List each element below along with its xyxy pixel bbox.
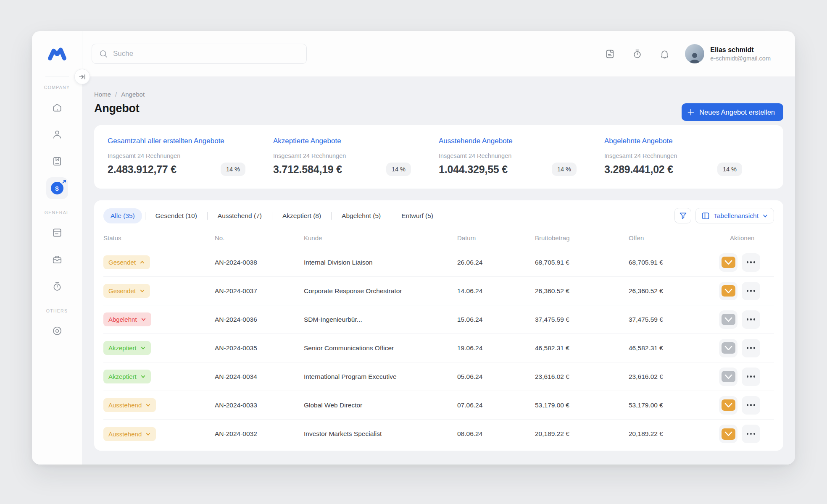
tab-divider — [207, 212, 208, 220]
status-tab[interactable]: Akzeptiert (8) — [275, 208, 328, 223]
stat-title[interactable]: Gesamtzahl aller erstellten Angebote — [108, 137, 256, 145]
cell-offen: 53,179.00 € — [629, 402, 719, 409]
cell-brutto: 23,616.02 € — [535, 373, 629, 381]
status-tab[interactable]: Ausstehend (7) — [211, 208, 269, 223]
cell-offen: 68,705.91 € — [629, 259, 719, 266]
table-header: Status No. Kunde Datum Bruttobetrag Offe… — [103, 229, 774, 248]
status-badge[interactable]: Akzeptiert — [103, 370, 151, 383]
send-mail-button[interactable] — [719, 425, 737, 443]
table-row[interactable]: Gesendet AN-2024-0038 Internal Division … — [103, 248, 774, 277]
tab-divider — [331, 212, 332, 220]
status-tab[interactable]: Entwurf (5) — [394, 208, 440, 223]
send-mail-button[interactable] — [719, 368, 737, 386]
table-row[interactable]: Ausstehend AN-2024-0032 Investor Markets… — [103, 420, 774, 448]
more-actions-button[interactable] — [742, 396, 760, 415]
tab-divider — [145, 212, 145, 220]
stat-title[interactable]: Ausstehende Angebote — [439, 137, 587, 145]
status-badge[interactable]: Akzeptiert — [103, 341, 151, 355]
ellipsis-icon — [747, 375, 756, 378]
cell-offen: 20,189.22 € — [629, 430, 719, 438]
logo[interactable] — [32, 31, 82, 76]
status-badge[interactable]: Ausstehend — [103, 427, 156, 441]
search-icon — [99, 49, 108, 58]
stat-subtitle: Insgesamt 24 Rechnungen — [108, 152, 256, 159]
settings-icon — [52, 326, 63, 336]
more-actions-button[interactable] — [742, 253, 760, 272]
status-badge[interactable]: Gesendet — [103, 255, 150, 269]
stat-title[interactable]: Abgelehnte Angebote — [604, 137, 753, 145]
cell-kunde: SDM-Ingenieurbür... — [304, 316, 457, 323]
stat-percent-badge: 14 % — [221, 163, 245, 176]
table-row[interactable]: Gesendet AN-2024-0037 Corporate Response… — [103, 277, 774, 305]
document-icon[interactable] — [605, 49, 615, 59]
more-actions-button[interactable] — [742, 282, 760, 300]
stats-card: Gesamtzahl aller erstellten Angebote Ins… — [94, 125, 783, 189]
stat-card: Akzeptierte Angebote Insgesamt 24 Rechnu… — [273, 137, 439, 176]
table-row[interactable]: Akzeptiert AN-2024-0035 Senior Communica… — [103, 334, 774, 362]
chevron-down-icon — [762, 213, 768, 219]
sidebar-item-projects[interactable] — [46, 249, 68, 270]
sidebar-item-time[interactable] — [46, 276, 68, 297]
table-card: Alle (35) Gesendet (10) Ausstehend (7) A… — [94, 200, 783, 451]
breadcrumb-home[interactable]: Home — [94, 91, 111, 98]
table-row[interactable]: Abgelehnt AN-2024-0036 SDM-Ingenieurbür.… — [103, 305, 774, 334]
cell-no: AN-2024-0032 — [215, 430, 304, 438]
send-mail-button[interactable] — [719, 339, 737, 357]
bell-icon[interactable] — [659, 49, 670, 59]
view-mode-dropdown[interactable]: Tabellenansicht — [695, 208, 774, 223]
more-actions-button[interactable] — [742, 425, 760, 443]
search-box[interactable] — [92, 44, 307, 64]
user-menu[interactable]: Elias schmidt e-schmidt@gmail.com — [685, 44, 771, 63]
envelope-icon — [722, 428, 735, 440]
table-body: Gesendet AN-2024-0038 Internal Division … — [103, 248, 774, 448]
send-mail-button[interactable] — [719, 253, 737, 272]
sidebar-item-angebot[interactable]: $ — [46, 177, 68, 199]
filter-icon — [679, 212, 687, 220]
cell-datum: 26.06.24 — [457, 259, 535, 266]
table-row[interactable]: Akzeptiert AN-2024-0034 International Pr… — [103, 362, 774, 391]
status-badge[interactable]: Ausstehend — [103, 398, 156, 412]
stat-subtitle: Insgesamt 24 Rechnungen — [439, 152, 587, 159]
collapse-sidebar-icon — [79, 74, 86, 80]
send-mail-button[interactable] — [719, 282, 737, 300]
status-badge[interactable]: Gesendet — [103, 284, 150, 298]
send-mail-button[interactable] — [719, 396, 737, 415]
new-angebot-button[interactable]: Neues Angebot erstellen — [682, 103, 783, 121]
cell-offen: 26,360.52 € — [629, 287, 719, 295]
user-icon — [52, 129, 63, 140]
sidebar-section-others: OTHERS — [46, 308, 68, 313]
filter-button[interactable] — [674, 208, 691, 223]
status-tab[interactable]: Alle (35) — [103, 208, 142, 223]
cell-offen: 37,475.59 € — [629, 316, 719, 323]
envelope-icon — [722, 371, 735, 382]
more-actions-button[interactable] — [742, 368, 760, 386]
status-badge[interactable]: Abgelehnt — [103, 312, 151, 326]
status-chevron-icon — [140, 260, 145, 265]
more-actions-button[interactable] — [742, 339, 760, 357]
cell-kunde: Senior Communications Officer — [304, 344, 457, 352]
tab-label: Abgelehnt (5) — [342, 212, 381, 220]
status-tab[interactable]: Gesendet (10) — [148, 208, 204, 223]
user-email: e-schmidt@gmail.com — [710, 55, 771, 62]
more-actions-button[interactable] — [742, 310, 760, 329]
column-aktionen: Aktionen — [719, 234, 774, 242]
sidebar-item-home[interactable] — [46, 97, 68, 118]
cell-datum: 15.06.24 — [457, 316, 535, 323]
search-input[interactable] — [113, 50, 300, 58]
sidebar-item-contacts[interactable] — [46, 123, 68, 145]
topbar: Elias schmidt e-schmidt@gmail.com — [82, 31, 795, 76]
status-label: Ausstehend — [108, 402, 142, 409]
collapse-sidebar-button[interactable] — [74, 69, 90, 84]
cell-kunde: Corporate Response Orchestrator — [304, 287, 457, 295]
status-tab[interactable]: Abgelehnt (5) — [334, 208, 388, 223]
sidebar-item-settings[interactable] — [46, 320, 68, 342]
stopwatch-icon[interactable] — [632, 49, 643, 59]
cell-kunde: Global Web Director — [304, 402, 457, 409]
sidebar-item-catalog[interactable] — [46, 150, 68, 172]
status-chevron-icon — [145, 431, 151, 437]
send-mail-button[interactable] — [719, 310, 737, 329]
sidebar-item-invoices[interactable] — [46, 222, 68, 244]
stat-title[interactable]: Akzeptierte Angebote — [273, 137, 422, 145]
tab-label: Gesendet (10) — [155, 212, 197, 220]
table-row[interactable]: Ausstehend AN-2024-0033 Global Web Direc… — [103, 391, 774, 420]
